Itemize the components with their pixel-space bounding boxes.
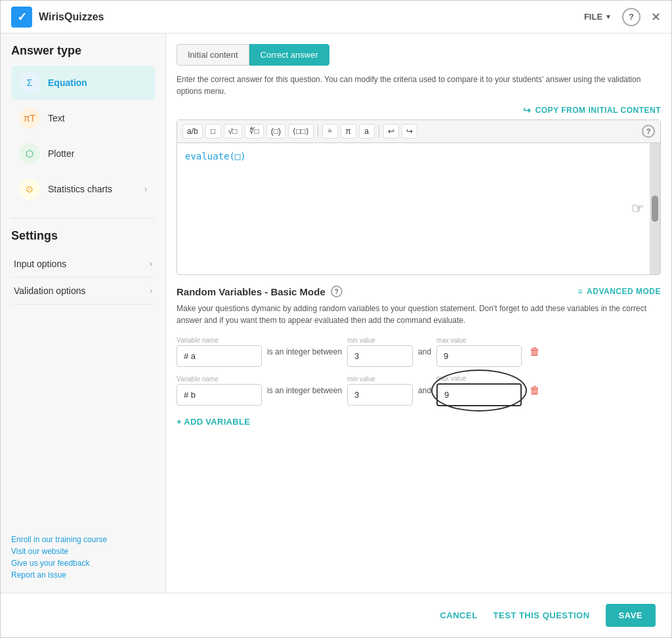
sidebar-item-input-options[interactable]: Input options ›: [11, 251, 155, 278]
var-a-name-label: Variable name: [177, 337, 262, 344]
sidebar-item-label-text: Text: [48, 113, 65, 123]
math-toolbar: a/b □ √□ ∜□ (□) ⟨□□⟩ ÷ π a ↩ ↪ ?: [177, 120, 660, 143]
var-a-min-label: min value: [347, 337, 413, 344]
sidebar-item-label-plotter: Plotter: [48, 148, 74, 159]
issue-link[interactable]: Report an issue: [11, 570, 155, 580]
variable-row-a: Variable name is an integer between min …: [177, 337, 661, 367]
file-menu-label: FILE: [584, 12, 602, 22]
toolbar-parens-btn[interactable]: (□): [266, 124, 285, 138]
training-link[interactable]: Enroll in our training course: [11, 535, 155, 544]
advanced-mode-icon: ≡: [578, 287, 583, 296]
toolbar-separator-2: [379, 125, 379, 138]
math-scrollbar[interactable]: [650, 143, 660, 274]
var-a-name-input[interactable]: [177, 345, 262, 367]
toolbar-alpha-btn[interactable]: a: [359, 124, 375, 138]
file-menu[interactable]: FILE ▼: [584, 12, 612, 22]
correct-answer-description: Enter the correct answer for this questi…: [177, 74, 661, 97]
var-a-min-group: min value: [347, 337, 413, 367]
save-button[interactable]: SAVE: [606, 604, 656, 627]
help-button[interactable]: ?: [622, 8, 640, 26]
math-toolbar-help-button[interactable]: ?: [642, 125, 655, 138]
sidebar-footer: Enroll in our training course Visit our …: [1, 524, 165, 593]
random-vars-header: Random Variables - Basic Mode ? ≡ ADVANC…: [177, 286, 661, 297]
var-a-min-input[interactable]: [347, 345, 413, 367]
toolbar-undo-btn[interactable]: ↩: [383, 124, 399, 138]
toolbar-fraction-btn[interactable]: a/b: [182, 124, 203, 138]
math-evaluate-expression: evaluate(□): [185, 151, 246, 161]
validation-options-label: Validation options: [14, 286, 85, 296]
app-logo-icon: ✓: [11, 7, 32, 28]
math-scrollbar-thumb: [652, 196, 658, 222]
sidebar: Answer type Σ Equation πT Text ⬡ Plotter: [1, 33, 166, 593]
toolbar-divide-btn[interactable]: ÷: [322, 124, 338, 138]
main-content: Initial content Correct answer Enter the…: [166, 33, 671, 593]
statistics-chevron-right-icon: ›: [144, 184, 147, 194]
tab-initial-content[interactable]: Initial content: [177, 44, 249, 66]
settings-title: Settings: [11, 229, 155, 243]
tab-correct-answer[interactable]: Correct answer: [249, 44, 329, 66]
plotter-icon: ⬡: [19, 143, 40, 164]
sidebar-item-label-equation: Equation: [48, 77, 87, 88]
sidebar-item-label-statistics: Statistics charts: [48, 184, 112, 194]
answer-type-section: Answer type Σ Equation πT Text ⬡ Plotter: [1, 33, 165, 213]
var-a-delete-button[interactable]: 🗑: [527, 343, 543, 360]
feedback-link[interactable]: Give us your feedback: [11, 559, 155, 568]
main-footer: CANCEL TEST THIS QUESTION SAVE: [1, 593, 671, 637]
toolbar-matrix-btn[interactable]: ⟨□□⟩: [288, 124, 314, 138]
app-window: ✓ WirisQuizzes FILE ▼ ? ✕ Answer type Σ …: [0, 0, 672, 638]
tabs-row: Initial content Correct answer: [177, 44, 661, 66]
var-b-name-label: Variable name: [177, 375, 262, 383]
advanced-mode-button[interactable]: ≡ ADVANCED MODE: [578, 287, 661, 296]
toolbar-pi-btn[interactable]: π: [341, 124, 356, 138]
validation-options-chevron-icon: ›: [150, 286, 152, 295]
toolbar-redo-btn[interactable]: ↪: [402, 124, 417, 138]
input-options-label: Input options: [14, 259, 66, 269]
text-icon: πT: [19, 108, 40, 129]
test-question-button[interactable]: TEST THIS QUESTION: [494, 610, 590, 620]
main-layout: Answer type Σ Equation πT Text ⬡ Plotter: [1, 33, 671, 593]
var-a-max-group: max value: [436, 337, 522, 367]
sidebar-item-statistics[interactable]: ⊙ Statistics charts ›: [11, 172, 155, 206]
var-a-name-group: Variable name: [177, 337, 262, 367]
sidebar-item-validation-options[interactable]: Validation options ›: [11, 278, 155, 305]
website-link[interactable]: Visit our website: [11, 547, 155, 556]
title-bar: ✓ WirisQuizzes FILE ▼ ? ✕: [1, 1, 671, 33]
var-b-name-input[interactable]: [177, 384, 262, 406]
toolbar-sqrt-btn[interactable]: √□: [224, 124, 242, 138]
var-b-max-group: max value: [436, 375, 522, 406]
random-vars-help-button[interactable]: ?: [331, 286, 343, 297]
answer-type-title: Answer type: [11, 44, 155, 58]
toolbar-nthroot-btn[interactable]: ∜□: [245, 124, 264, 138]
toolbar-superscript-btn[interactable]: □: [205, 124, 221, 138]
var-b-min-group: min value: [347, 375, 413, 406]
var-b-and-text: and: [418, 386, 431, 395]
var-a-max-input[interactable]: [436, 345, 522, 367]
var-a-and-text: and: [418, 347, 431, 356]
advanced-mode-label: ADVANCED MODE: [587, 287, 661, 296]
sidebar-item-equation[interactable]: Σ Equation: [11, 66, 155, 100]
var-b-min-label: min value: [347, 375, 413, 383]
var-b-min-input[interactable]: [347, 384, 413, 406]
sidebar-divider: [11, 218, 155, 219]
add-variable-button[interactable]: + ADD VARIABLE: [177, 417, 250, 427]
copy-btn-label: COPY FROM INITIAL CONTENT: [536, 106, 661, 115]
checkmark-icon: ✓: [17, 10, 27, 24]
copy-from-initial-button[interactable]: ↪ COPY FROM INITIAL CONTENT: [523, 105, 661, 116]
title-bar-actions: FILE ▼ ? ✕: [584, 8, 661, 26]
close-button[interactable]: ✕: [651, 11, 661, 23]
variable-row-b: Variable name is an integer between min …: [177, 375, 661, 406]
app-title: WirisQuizzes: [39, 11, 104, 23]
add-variable-label: + ADD VARIABLE: [177, 417, 250, 427]
copy-icon: ↪: [523, 105, 532, 116]
var-b-max-input[interactable]: [436, 383, 522, 406]
var-b-max-label: max value: [436, 375, 522, 382]
cancel-button[interactable]: CANCEL: [440, 610, 477, 620]
math-editor: a/b □ √□ ∜□ (□) ⟨□□⟩ ÷ π a ↩ ↪ ? evaluat: [177, 119, 661, 275]
settings-section: Settings Input options › Validation opti…: [1, 224, 165, 310]
sidebar-item-plotter[interactable]: ⬡ Plotter: [11, 137, 155, 171]
var-b-delete-button[interactable]: 🗑: [527, 382, 543, 399]
random-variables-section: Random Variables - Basic Mode ? ≡ ADVANC…: [177, 286, 661, 427]
statistics-icon: ⊙: [19, 179, 40, 200]
math-content-area[interactable]: evaluate(□) ☞: [177, 143, 660, 274]
sidebar-item-text[interactable]: πT Text: [11, 101, 155, 135]
